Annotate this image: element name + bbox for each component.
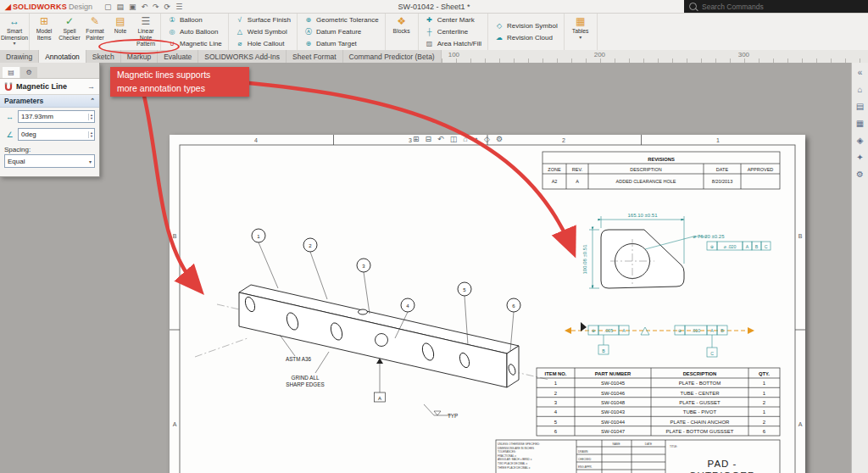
datum-flag-b[interactable]: B [598,335,609,354]
appearances-icon[interactable]: ✦ [856,153,863,162]
revisions-table[interactable]: REVISIONS ZONE REV. DESCRIPTION DATE APP… [542,152,780,189]
magnetic-line-row[interactable]: ⊕ .005 A ⊕ .010 A B [565,322,754,357]
height-dimension[interactable]: 100.08 ±0.51 [582,244,587,275]
tab-drawing[interactable]: Drawing [0,50,39,63]
ruler-mark: 100 [448,51,459,58]
rev-cell: 8/20/2013 [712,179,732,184]
tab-markup[interactable]: Markup [121,50,158,63]
tab-command-predictor[interactable]: Command Predictor (Beta) [343,50,442,63]
zone-label: 4 [254,137,258,143]
blocks-button[interactable]: ❖ Blocks [387,14,416,49]
datum-flag-c[interactable]: C [707,335,717,357]
datum-flag-a[interactable]: A [375,359,386,403]
area-hatch-fill-button[interactable]: ▨ Area Hatch/Fill [422,38,484,49]
detail-view[interactable]: 165.10 ±0.51 100.08 ±0.51 ⌀ 76.20 ±0.25 [582,213,771,288]
undo-icon[interactable]: ↶ [141,3,147,11]
datum-label: A [378,396,381,401]
bom-cell: TUBE - CENTER [680,391,720,396]
display-style-icon[interactable]: ◔ [474,135,478,143]
center-mark-button[interactable]: ✚ Center Mark [422,14,484,25]
new-file-icon[interactable]: ▢ [104,3,112,11]
options-icon[interactable]: ☰ [175,3,182,11]
datum-target-button[interactable]: ⊕ Datum Target [301,38,381,49]
bom-cell: 2 [554,391,558,396]
tab-solidworks-addins[interactable]: SOLIDWORKS Add-Ins [198,50,287,63]
search-icon [689,3,697,10]
length-input[interactable]: 137.93mm ▲▼ [18,110,95,123]
angle-input[interactable]: 0deg ▲▼ [18,128,95,141]
rebuild-icon[interactable]: ⟳ [164,3,171,11]
datum-feature-button[interactable]: Ⓐ Datum Feature [301,26,381,37]
surface-finish-button[interactable]: √ Surface Finish [232,14,293,25]
spacing-dropdown[interactable]: Equal ▾ [4,154,95,168]
note-text: TYP [448,413,458,419]
spell-checker-button[interactable]: ✓ Spell Checker [57,14,82,49]
length-spinner[interactable]: ▲▼ [88,114,94,120]
feature-control-frame[interactable]: ⊕ ⌀ .020 A B C [707,242,771,250]
graphics-area[interactable]: .ln{stroke:#4a4a4a;stroke-width:0.8;fill… [0,63,852,473]
task-pane: « ⌂ ▤ ▦ ◈ ✦ ⚙ [851,63,868,473]
design-library-icon[interactable]: ▤ [856,102,864,111]
hole-dimension[interactable]: ⌀ 76.20 ±0.25 [693,234,726,239]
bom-table[interactable]: ITEM NO. PART NUMBER DESCRIPTION QTY. 1 … [537,368,780,436]
rev-header: APPROVED [748,167,774,172]
centerline-icon: ┼ [425,28,435,36]
hide-show-items-icon[interactable]: ◇ [484,135,490,143]
gdt-frame-left[interactable]: ⊕ .005 A [588,326,629,335]
resources-icon[interactable]: ⌂ [857,85,862,94]
format-painter-button[interactable]: ✎ Format Painter [82,14,108,49]
magnetic-line-arrow-icon [565,327,571,334]
search-input[interactable] [700,2,831,12]
tab-sketch[interactable]: Sketch [86,50,121,63]
hole-callout-button[interactable]: ⌀ Hole Callout [232,38,293,49]
zoom-fit-icon[interactable]: ⊞ [413,135,420,143]
drawing-sheet[interactable]: .ln{stroke:#4a4a4a;stroke-width:0.8;fill… [170,135,805,473]
custom-properties-icon[interactable]: ⚙ [856,170,864,179]
tab-sheet-format[interactable]: Sheet Format [287,50,343,63]
note-button[interactable]: ▤ Note [108,14,133,49]
redo-icon[interactable]: ↷ [153,3,159,11]
view-settings-icon[interactable]: ⚙ [496,135,503,143]
weld-symbol-button[interactable]: △ Weld Symbol [232,26,293,37]
magnetic-line-button[interactable]: ∪ Magnetic Line [164,38,225,49]
parameters-section-header[interactable]: Parameters ⌃ [0,95,99,108]
revision-cloud-button[interactable]: ☁ Revision Cloud [492,32,560,43]
bom-cell: 1 [763,381,766,386]
previous-view-icon[interactable]: ↶ [437,135,444,143]
file-explorer-icon[interactable]: ▦ [856,119,864,128]
geometric-tolerance-icon: ⊕ [303,16,314,24]
fcf-datum: C [765,244,768,249]
isometric-view[interactable]: 1 2 3 4 5 6 A [195,229,549,419]
rev-cell: A2 [552,179,558,184]
open-file-icon[interactable]: ▤ [116,3,124,11]
auto-balloon-button[interactable]: ◎ Auto Balloon [164,26,225,37]
view-orientation-icon[interactable]: ⌂ [463,135,467,143]
smart-dimension-button[interactable]: ↔ Smart Dimension ▾ [2,14,27,49]
balloon-button[interactable]: ① Balloon [164,14,225,25]
tab-annotation[interactable]: Annotation [39,50,86,63]
configuration-tab[interactable]: ⚙ [20,67,37,78]
model-items-button[interactable]: ⊞ Model Items [31,14,57,49]
tables-button[interactable]: ▦ Tables ▾ [566,14,595,49]
bom-cell: 1 [554,381,558,386]
weld-symbol-icon: △ [235,28,245,36]
solidworks-window: ◢ SOLIDWORKS Design ▢ ▤ ▣ ↶ ↷ ⟳ ☰ SW-010… [0,0,868,473]
collapse-pane-icon[interactable]: « [858,68,863,77]
view-palette-icon[interactable]: ◈ [857,136,864,145]
section-view-icon[interactable]: ◫ [450,135,458,143]
width-dimension[interactable]: 165.10 ±0.51 [628,213,659,218]
tolerance-note: FRACTIONAL ± [498,454,516,458]
smart-dimension-label: Smart Dimension [1,28,28,41]
bom-cell: TUBE - PIVOT [683,409,717,415]
typ-note[interactable]: TYP [424,404,458,419]
angle-spinner[interactable]: ▲▼ [88,131,94,138]
revision-symbol-button[interactable]: ◇ Revision Symbol [492,20,560,31]
help-arrow-icon[interactable]: → [87,82,95,91]
zoom-area-icon[interactable]: ⊟ [426,135,432,143]
property-manager-tab[interactable]: ▤ [3,67,19,78]
geometric-tolerance-button[interactable]: ⊕ Geometric Tolerance [301,14,381,25]
tab-evaluate[interactable]: Evaluate [158,50,198,63]
linear-note-pattern-button[interactable]: ☰ Linear Note Pattern [133,14,159,49]
save-icon[interactable]: ▣ [129,3,136,11]
centerline-button[interactable]: ┼ Centerline [422,26,484,37]
